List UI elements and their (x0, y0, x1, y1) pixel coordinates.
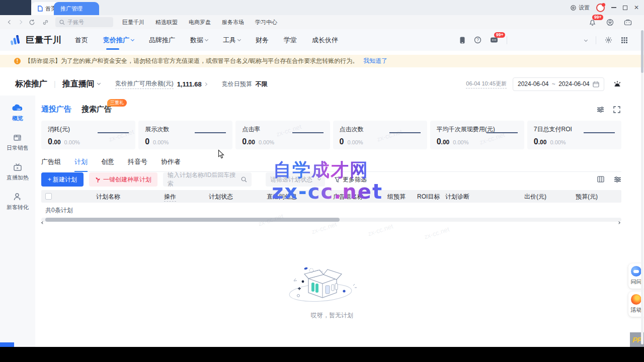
sidebar-item-overview[interactable]: 概览 (12, 104, 23, 122)
close-button[interactable]: ✕ (634, 4, 639, 11)
tab-creative[interactable]: 创意 (101, 157, 114, 171)
logo[interactable]: 巨量千川 (9, 34, 62, 46)
message-icon[interactable]: 99+ (490, 37, 498, 44)
ad-type-tabs: 通投广告 搜索广告 三重礼 (41, 105, 112, 114)
nav-item-home[interactable]: 首页 (75, 36, 88, 45)
balance-label: 竞价推广可用余额(元) (115, 79, 174, 89)
watermark-tile: zx-cc.net (257, 212, 284, 227)
nav-label: 首页 (75, 36, 88, 45)
nav-label: 成长伙伴 (312, 36, 338, 45)
plan-search-input[interactable]: 输入计划名称/ID后回车搜索 (163, 172, 252, 187)
stat-value: 0 (145, 137, 149, 146)
link-icon[interactable] (42, 19, 49, 26)
nav-item-data[interactable]: 数据 (190, 36, 208, 45)
forward-button[interactable] (19, 21, 22, 24)
nav-item-finance[interactable]: 财务 (256, 36, 269, 45)
chevron-down-icon (205, 37, 208, 41)
nav-item-brand[interactable]: 品牌推广 (149, 36, 175, 45)
tab-ad-group[interactable]: 广告组 (41, 157, 61, 171)
select-all-checkbox[interactable] (45, 193, 52, 200)
balance-detail-arrow[interactable] (204, 83, 207, 85)
browser-mode-icon[interactable] (606, 19, 614, 26)
column-settings-icon[interactable] (614, 176, 621, 183)
stat-card-impressions: 展示次数 00.00% (138, 121, 232, 149)
col-plan-name: 计划名称 (96, 193, 120, 201)
alarm-button[interactable] (610, 77, 624, 91)
nav-item-bidding[interactable]: 竞价推广 (103, 36, 134, 45)
new-plan-button[interactable]: + 新建计划 (41, 172, 84, 187)
seed-plan-label: 一键创建种草计划 (103, 175, 151, 184)
metric-settings-icon[interactable] (597, 106, 604, 113)
search-icon (59, 20, 65, 25)
tab-label: 通投广告 (41, 105, 71, 113)
account-chevron-icon[interactable] (584, 38, 588, 42)
tab-search-ads[interactable]: 搜索广告 三重礼 (82, 105, 112, 114)
search-icon (241, 176, 247, 183)
date-range-picker[interactable]: 2024-06-04 ~ 2024-06-04 (513, 77, 604, 91)
seed-plan-button[interactable]: 一键创建种草计划 (89, 172, 157, 187)
gear-icon (570, 5, 577, 11)
col-budget: 预算(元) (576, 193, 598, 201)
chevron-down-icon (131, 37, 134, 41)
sprout-icon (95, 176, 101, 183)
stat-percent: 0.00% (153, 139, 169, 145)
letterbox-bar (0, 347, 644, 362)
toolbar-right: 99+ (589, 19, 632, 26)
live-tv-icon (13, 162, 23, 172)
banner-confirm-link[interactable]: 我知道了 (363, 57, 387, 65)
stat-percent: 0.00% (550, 139, 566, 145)
nav-item-school[interactable]: 学堂 (284, 36, 297, 45)
bookmark-fuwu[interactable]: 服务市场 (222, 19, 244, 26)
fullscreen-icon[interactable] (613, 106, 620, 113)
maximize-button[interactable] (623, 6, 627, 10)
workspace-icon[interactable] (624, 19, 632, 26)
help-icon[interactable]: ? (474, 36, 481, 44)
daily-budget-value: 不限 (256, 80, 268, 88)
overview-tools (597, 106, 620, 113)
promotion-target-dropdown[interactable]: 推直播间 (62, 79, 100, 89)
sidebar-item-new-customer[interactable]: 新客转化 (7, 192, 29, 211)
nav-item-partner[interactable]: 成长伙伴 (312, 36, 338, 45)
table-tools (597, 176, 621, 183)
back-button[interactable] (9, 21, 12, 24)
updated-time: 06-04 10:45更新 (466, 80, 507, 88)
scrollbar-thumb[interactable] (45, 218, 340, 222)
plan-search-placeholder: 输入计划名称/ID后回车搜索 (168, 171, 241, 188)
address-search-input[interactable]: 子账号 (55, 17, 113, 27)
sidebar-label: 新客转化 (7, 204, 29, 211)
promo-badge: 三重礼 (107, 99, 127, 107)
scroll-right-arrow[interactable] (618, 218, 620, 225)
bookmark-xuexi[interactable]: 学习中心 (255, 19, 277, 26)
tab-feed-ads[interactable]: 通投广告 (41, 105, 71, 114)
minimize-button[interactable] (611, 7, 616, 8)
col-group-budget: 组预算 (387, 193, 406, 201)
client-settings-button[interactable]: 设置 (570, 4, 590, 12)
package-icon (13, 133, 23, 142)
refresh-icon[interactable] (29, 19, 35, 26)
empty-state: 哎呀，暂无计划 (279, 261, 385, 320)
mobile-icon[interactable] (459, 36, 465, 44)
sparkline (292, 132, 324, 133)
sidebar-item-live-heating[interactable]: 直播加热 (7, 162, 29, 182)
vertical-scrollbar[interactable] (641, 30, 643, 344)
bookmark-jingxuan[interactable]: 精选联盟 (155, 19, 178, 26)
sidebar-item-daily-sales[interactable]: 日常销售 (7, 133, 29, 152)
sparkline (195, 132, 226, 133)
balance-value: 1,111.68 (177, 80, 202, 88)
tab-douyin-account[interactable]: 抖音号 (128, 157, 147, 171)
bottom-left-accent (0, 342, 14, 347)
tab-plan[interactable]: 计划 (74, 157, 88, 172)
tab-collaborator[interactable]: 协作者 (161, 157, 181, 171)
bookmark-qianchuan[interactable]: 巨量千川 (122, 19, 144, 26)
browser-tab-promotion[interactable]: 推广管理 (54, 2, 99, 15)
scroll-left-arrow[interactable] (42, 218, 44, 225)
avatar[interactable] (596, 4, 605, 12)
scrollbar-thumb[interactable] (641, 30, 643, 73)
apps-grid-icon[interactable] (621, 37, 628, 44)
nav-item-tools[interactable]: 工具 (223, 36, 240, 45)
divider (596, 36, 596, 44)
bookmark-luopan[interactable]: 电商罗盘 (189, 19, 211, 26)
settings-gear-icon[interactable] (605, 36, 612, 44)
notification-bell-icon[interactable]: 99+ (589, 19, 596, 26)
columns-icon[interactable] (597, 176, 604, 183)
